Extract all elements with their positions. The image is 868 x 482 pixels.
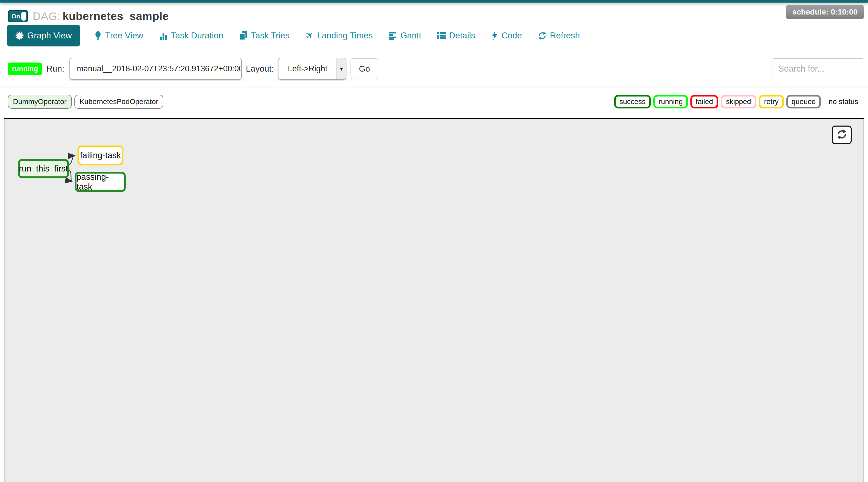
tab-refresh[interactable]: Refresh — [530, 31, 588, 40]
search-input[interactable] — [773, 58, 863, 80]
layout-select-value: Left->Right — [278, 58, 337, 79]
run-select-value: manual__2018-02-07T23:57:20.913672+00:00 — [70, 58, 242, 79]
align-left-icon — [389, 31, 397, 40]
tab-tree-view[interactable]: Tree View — [86, 31, 151, 40]
tab-label: Code — [501, 31, 522, 40]
tab-label: Landing Times — [317, 31, 373, 40]
tab-label: Task Tries — [251, 31, 289, 40]
edge-run-to-passing — [69, 170, 72, 182]
status-legend: success running failed skipped retry que… — [614, 95, 863, 109]
tab-details[interactable]: Details — [429, 31, 483, 40]
sunburst-icon — [15, 31, 24, 40]
layout-select[interactable]: Left->Right ▾ — [278, 58, 346, 80]
tab-landing-times[interactable]: ✈ Landing Times — [298, 31, 381, 40]
plane-icon: ✈ — [304, 30, 315, 41]
chevron-down-icon: ▾ — [337, 58, 346, 79]
tab-code[interactable]: Code — [483, 31, 530, 40]
tab-label: Refresh — [550, 31, 580, 40]
dag-graph-canvas[interactable]: run_this_first failing-task passing-task — [4, 118, 864, 482]
task-node-run-this-first[interactable]: run_this_first — [18, 159, 69, 178]
legend-bar: DummyOperator KubernetesPodOperator succ… — [0, 87, 868, 114]
top-navbar — [0, 0, 868, 3]
dag-header: On DAG:kubernetes_sample schedule: 0:10:… — [0, 3, 868, 24]
tab-label: Gantt — [401, 31, 422, 40]
operator-legend-kubernetespodoperator[interactable]: KubernetesPodOperator — [74, 95, 164, 109]
status-failed: failed — [690, 95, 718, 109]
operator-legend-dummyoperator[interactable]: DummyOperator — [8, 95, 72, 109]
bar-chart-icon — [159, 31, 168, 40]
run-toolbar: running Run: manual__2018-02-07T23:57:20… — [0, 48, 868, 86]
edge-run-to-failing — [69, 155, 75, 164]
tree-icon — [94, 31, 102, 40]
task-node-failing-task[interactable]: failing-task — [78, 146, 123, 165]
status-queued: queued — [786, 95, 821, 109]
run-status-badge: running — [8, 62, 42, 75]
dag-name: kubernetes_sample — [62, 10, 169, 22]
status-skipped: skipped — [721, 95, 756, 109]
tab-label: Tree View — [105, 31, 143, 40]
status-retry: retry — [759, 95, 784, 109]
dag-pause-toggle[interactable]: On — [8, 10, 28, 22]
bolt-icon — [491, 31, 498, 40]
tab-label: Graph View — [27, 31, 72, 40]
run-label: Run: — [46, 64, 64, 74]
layout-label: Layout: — [246, 64, 274, 74]
go-button[interactable]: Go — [350, 58, 378, 79]
duplicate-icon — [239, 31, 248, 40]
refresh-icon — [837, 129, 847, 141]
page-title: DAG:kubernetes_sample — [33, 10, 169, 23]
schedule-badge: schedule: 0:10:00 — [786, 5, 864, 19]
tab-graph-view[interactable]: Graph View — [7, 25, 81, 47]
tab-label: Task Duration — [171, 31, 223, 40]
status-no-status: no status — [824, 95, 863, 109]
tab-label: Details — [449, 31, 475, 40]
toggle-knob — [21, 12, 26, 21]
dag-prefix: DAG: — [33, 10, 60, 22]
list-icon — [437, 31, 446, 40]
run-select[interactable]: manual__2018-02-07T23:57:20.913672+00:00… — [69, 58, 242, 80]
status-running: running — [653, 95, 688, 109]
status-success: success — [614, 95, 651, 109]
tab-gantt[interactable]: Gantt — [381, 31, 430, 40]
refresh-icon — [538, 31, 547, 40]
task-node-passing-task[interactable]: passing-task — [75, 172, 126, 192]
tab-task-duration[interactable]: Task Duration — [151, 31, 231, 40]
toggle-label: On — [11, 13, 20, 20]
view-tabs: Graph View Tree View Task Duration Task … — [0, 24, 868, 48]
tab-task-tries[interactable]: Task Tries — [231, 31, 298, 40]
graph-refresh-button[interactable] — [832, 126, 852, 144]
